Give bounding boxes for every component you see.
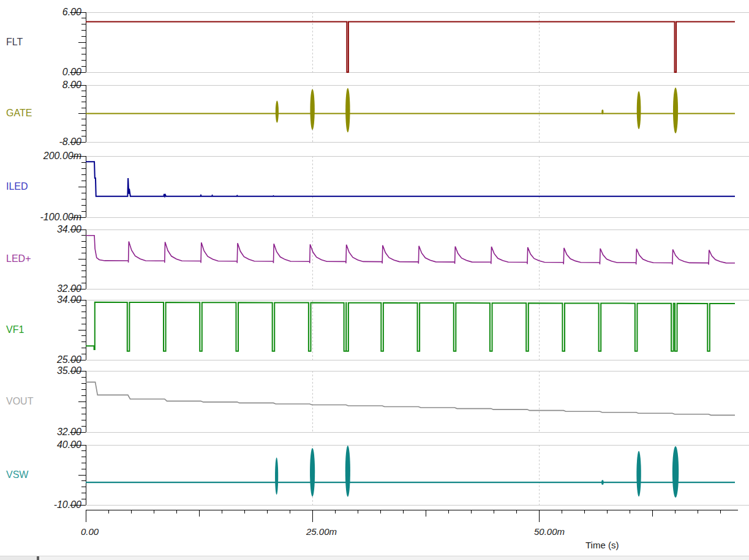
- time-axis: [0, 509, 749, 524]
- horizontal-scrollbar: [0, 556, 749, 560]
- plot-canvas-vf1[interactable]: [0, 299, 749, 360]
- scrollbar-left-spacer: [0, 556, 37, 560]
- plot-canvas-gate[interactable]: [0, 84, 749, 143]
- x-tick-label-25m: 25.00m: [306, 526, 337, 537]
- plot-canvas-vout[interactable]: [0, 370, 749, 433]
- waveform-viewer: FLT GATE ILED LED+ VF1 VOUT VSW 6.00 0.0…: [0, 0, 749, 560]
- scrollbar-track[interactable]: [39, 556, 749, 560]
- x-tick-label-50m: 50.00m: [534, 526, 565, 537]
- plot-canvas-vsw[interactable]: [0, 444, 749, 506]
- plot-canvas-iled[interactable]: [0, 155, 749, 218]
- plot-canvas-led-plus[interactable]: [0, 229, 749, 289]
- x-tick-label-0: 0.00: [81, 526, 99, 537]
- plot-canvas-flt[interactable]: [0, 12, 749, 73]
- x-axis-title: Time (s): [585, 540, 619, 551]
